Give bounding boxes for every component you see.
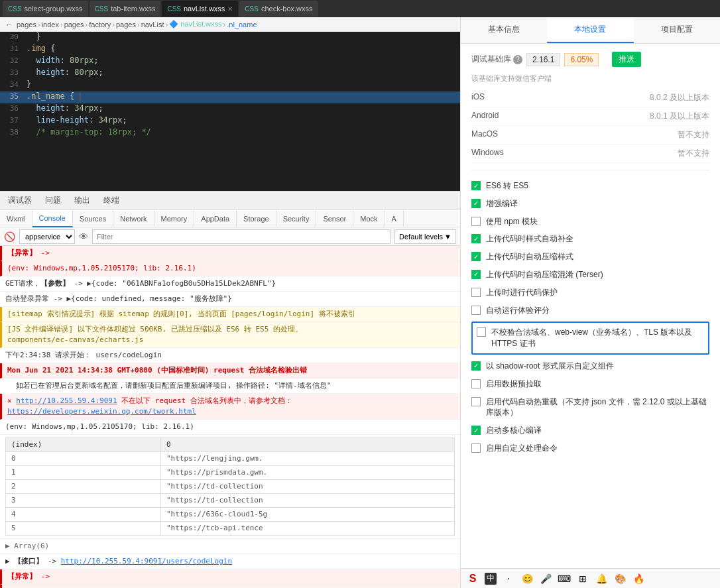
table-header-0: 0 [160,438,454,452]
toolbar-debugger[interactable]: 调试器 [5,194,34,207]
palette-icon[interactable]: 🎨 [613,572,627,585]
back-icon[interactable]: ← [5,21,13,29]
checkbox-compress-terser[interactable]: ✓ [471,270,481,279]
toolbar-terminal[interactable]: 终端 [101,194,122,207]
tab-sensor[interactable]: Sensor [316,210,353,227]
console-entry: (env: Windows,mp,1.05.2105170; lib: 2.16… [0,420,460,435]
code-editor[interactable]: 30 } 31 .img { 32 width: 80rpx; 33 heigh… [0,32,460,191]
debug-lib-label: 调试基础库 ? [471,54,522,65]
checkbox-style-autocomplete[interactable]: ✓ [471,234,481,243]
right-tabs: 基本信息 本地设置 项目配置 [461,17,720,44]
debug-percent[interactable]: 6.05% [564,53,599,66]
tab-storage[interactable]: Storage [237,210,276,227]
tab-tab-item[interactable]: CSS tab-item.wxss [90,1,161,17]
css-icon: CSS [95,5,109,13]
cb-label-enhanced: 增强编译 [486,198,518,209]
cb-label-no-validate: 不校验合法域名、web-view（业务域名）、TLS 版本以及 HTTPS 证书 [491,327,704,349]
mic-icon[interactable]: 🎤 [539,572,552,585]
console-entry: 自动登录异常 -> ▶{code: undefined, message: "服… [0,292,460,307]
checkbox-es6[interactable]: ✓ [471,181,481,190]
dot-icon[interactable]: · [502,572,515,585]
breadcrumb-item: pages [116,21,136,29]
checkbox-hot-reload[interactable] [471,397,481,406]
console-entry-api-link: ▶ 【接口】 -> http://10.255.59.4:9091/users/… [0,554,460,569]
tab-navlist[interactable]: CSS navList.wxss ✕ [162,1,238,17]
sogou-icon[interactable]: S [466,572,479,585]
api-link[interactable]: http://10.255.59.4:9091/users/codeLogin [61,557,232,565]
tab-basic-info[interactable]: 基本信息 [461,17,547,43]
console-entry: (env: Windows,mp,1.05.2105170; lib: 2.16… [0,585,460,588]
support-row-windows: Windows 暂不支持 [471,145,709,163]
console-output[interactable]: 【异常】 -> (env: Windows,mp,1.05.2105170; l… [0,246,460,588]
table-header-index: (index) [6,438,161,452]
console-entry: 下午2:34:38 请求开始： users/codeLogin [0,348,460,363]
checkbox-no-validate[interactable] [477,327,486,337]
tab-appdata[interactable]: AppData [194,210,237,227]
tab-sources[interactable]: Sources [73,210,113,227]
toolbar-output[interactable]: 输出 [72,194,93,207]
tab-project-config[interactable]: 项目配置 [634,17,720,43]
support-row-android: Android 8.0.1 及以上版本 [471,107,709,126]
debug-version: 2.16.1 [526,53,560,66]
checkbox-npm[interactable] [471,217,481,226]
grid-icon[interactable]: ⊞ [576,572,589,585]
table-row: 2 "https://td-collection [6,480,455,494]
cn-icon[interactable]: 中 [485,573,497,585]
eye-icon[interactable]: 👁 [79,231,88,242]
breadcrumb-item: navList [141,21,164,29]
checkbox-experience[interactable] [471,306,481,315]
console-entry-link: ✕ http://10.255.59.4:9091 不在以下 request 合… [0,394,460,420]
breadcrumb-item: pages [64,21,84,29]
bell-icon[interactable]: 🔔 [595,572,608,585]
table-row: 0 "https://lengjing.gwm. [6,452,455,466]
tab-local-settings[interactable]: 本地设置 [547,17,633,43]
debug-push-button[interactable]: 推送 [612,52,641,67]
support-list: iOS 8.0.2 及以上版本 Android 8.0.1 及以上版本 MacO… [471,89,709,163]
checkbox-shadow-root[interactable]: ✓ [471,361,481,371]
help-icon[interactable]: ? [513,55,522,64]
devtools-panel: 调试器 问题 输出 终端 Wxml Console Sources Networ… [0,191,460,588]
level-dropdown[interactable]: Default levels ▼ [394,229,456,244]
tab-select-group[interactable]: CSS select-group.wxss [3,1,88,17]
tab-label: tab-item.wxss [111,5,155,13]
tab-network[interactable]: Network [113,210,154,227]
keyboard-icon[interactable]: ⌨ [558,572,571,585]
console-table: (index) 0 0 "https://lengjing.gwm. 1 [5,438,455,536]
checkbox-code-protection[interactable] [471,288,481,297]
emoji-icon[interactable]: 😊 [520,572,534,585]
tab-mock[interactable]: Mock [353,210,385,227]
doc-link[interactable]: https://developers.weixin.qq.com/twork.h… [7,407,196,416]
breadcrumb-nl-name: .nl_name [227,21,257,29]
tab-security[interactable]: Security [276,210,317,227]
checkbox-custom-cmd[interactable] [471,443,481,453]
filter-input[interactable] [92,229,390,244]
breadcrumb-item: index [42,21,59,29]
toolbar-issues[interactable]: 问题 [42,194,64,207]
flame-icon[interactable]: 🔥 [632,572,645,585]
console-entry: [sitemap 索引情况提示] 根据 sitemap 的规则[0], 当前页面… [0,307,460,322]
console-entry: (env: Windows,mp,1.05.2105170; lib: 2.16… [0,261,460,276]
code-line-32: 32 width: 80rpx; [0,56,460,68]
cb-label-shadow-root: 以 shadow-root 形式展示自定义组件 [486,361,614,372]
tab-checkbox[interactable]: CSS check-box.wxss [239,1,318,17]
tab-console[interactable]: Console [32,210,73,227]
tab-wxml[interactable]: Wxml [0,210,32,227]
support-row-ios: iOS 8.0.2 及以上版本 [471,89,709,107]
tab-a[interactable]: A [385,210,404,227]
checkbox-enhanced[interactable]: ✓ [471,199,481,208]
checkbox-row-npm: 使用 npm 模块 [471,213,709,231]
checkbox-data-prefetch[interactable] [471,379,481,388]
domain-link[interactable]: http://10.255.59.4:9091 [16,396,117,405]
code-line-30: 30 } [0,32,460,44]
checkbox-row-code-protection: 上传时进行代码保护 [471,284,709,302]
sep: › [86,21,88,29]
checkbox-multi-core[interactable]: ✓ [471,426,481,435]
console-entry-array[interactable]: ▶ Array(6) [0,539,460,554]
breadcrumb-navlist-file: 🔷 navList.wxss [169,20,221,29]
checkbox-row-compress-style: ✓ 上传代码时自动压缩样式 [471,248,709,266]
checkbox-compress-style[interactable]: ✓ [471,252,481,261]
checkbox-row-enhanced: ✓ 增强编译 [471,195,709,213]
tab-memory[interactable]: Memory [154,210,195,227]
close-tab-icon[interactable]: ✕ [227,5,233,13]
context-select[interactable]: appservice [19,229,75,244]
